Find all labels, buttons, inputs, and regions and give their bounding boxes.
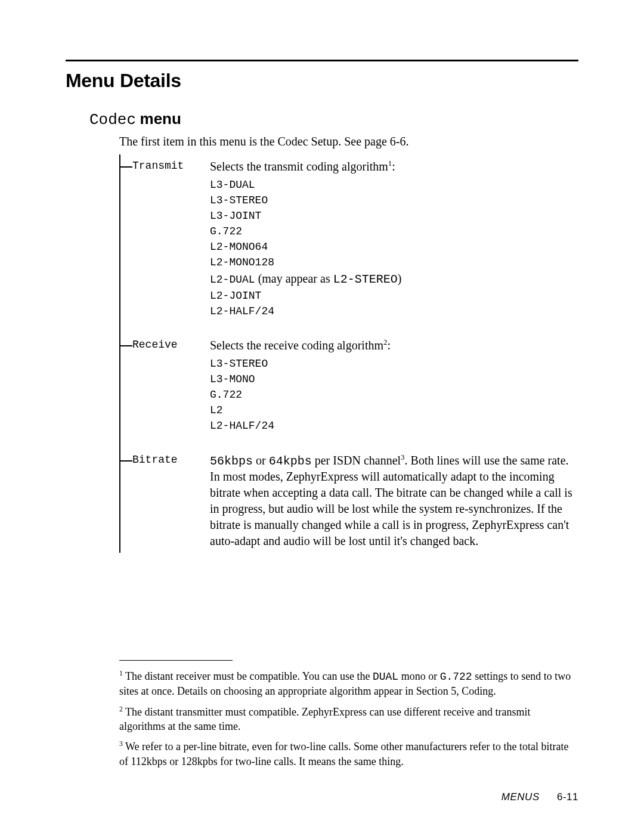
menu-option: L2-MONO128: [210, 255, 578, 270]
menu-option: L2-HALF/24: [210, 418, 578, 433]
menu-option: L2: [210, 402, 578, 418]
menu-item-options: L3-STEREOL3-MONOG.722L2L2-HALF/24: [210, 356, 578, 433]
tree-branch: [120, 166, 132, 168]
menu-item-description: Selects the receive coding algorithm2:L3…: [210, 337, 578, 433]
footnote: 2 The distant transmitter must compatibl…: [119, 705, 578, 734]
menu-option: L3-MONO: [210, 371, 578, 387]
menu-option: L3-STEREO: [210, 193, 578, 208]
section-title: Menu Details: [66, 70, 578, 92]
codec-heading-codec: Codec: [89, 111, 136, 129]
codec-heading-menu: menu: [140, 110, 181, 128]
codec-menu-heading: Codec menu: [89, 110, 578, 129]
menu-option: G.722: [210, 224, 578, 239]
top-rule: [66, 60, 578, 61]
codec-menu-tree: TransmitSelects the transmit coding algo…: [119, 154, 578, 553]
menu-option: L2-JOINT: [210, 288, 578, 304]
footer-section-label: MENUS: [501, 791, 540, 803]
menu-item-label: Transmit: [132, 158, 210, 172]
menu-option: L3-JOINT: [210, 208, 578, 224]
menu-option: L3-DUAL: [210, 177, 578, 193]
menu-item-label: Receive: [132, 337, 210, 351]
menu-item-label: Bitrate: [132, 452, 210, 466]
menu-item-lead: Selects the receive coding algorithm2:: [210, 337, 578, 354]
menu-item-description: 56kbps or 64kpbs per ISDN channel3. Both…: [210, 452, 578, 550]
footnotes: 1 The distant receiver must be compatibl…: [119, 669, 578, 769]
menu-option: L2-MONO64: [210, 239, 578, 255]
footnote-rule: [119, 660, 233, 661]
menu-item-options: L3-DUALL3-STEREOL3-JOINTG.722L2-MONO64L2…: [210, 177, 578, 320]
footnote: 3 We refer to a per-line bitrate, even f…: [119, 739, 578, 769]
menu-item: ReceiveSelects the receive coding algori…: [120, 333, 578, 448]
tree-branch: [120, 460, 132, 462]
menu-option: L2-DUAL (may appear as L2-STEREO): [210, 270, 578, 288]
tree-branch: [120, 345, 132, 346]
footnote: 1 The distant receiver must be compatibl…: [119, 669, 578, 699]
menu-option: L3-STEREO: [210, 356, 578, 371]
codec-intro: The first item in this menu is the Codec…: [119, 134, 578, 150]
page-footer: MENUS 6-11: [501, 791, 578, 803]
menu-option: L2-HALF/24: [210, 304, 578, 319]
menu-item-lead: Selects the transmit coding algorithm1:: [210, 158, 578, 175]
menu-item-description: Selects the transmit coding algorithm1:L…: [210, 158, 578, 319]
menu-option: G.722: [210, 387, 578, 402]
menu-item: Bitrate56kbps or 64kpbs per ISDN channel…: [120, 448, 578, 553]
menu-item: TransmitSelects the transmit coding algo…: [120, 154, 578, 333]
footer-page-number: 6-11: [557, 791, 578, 803]
